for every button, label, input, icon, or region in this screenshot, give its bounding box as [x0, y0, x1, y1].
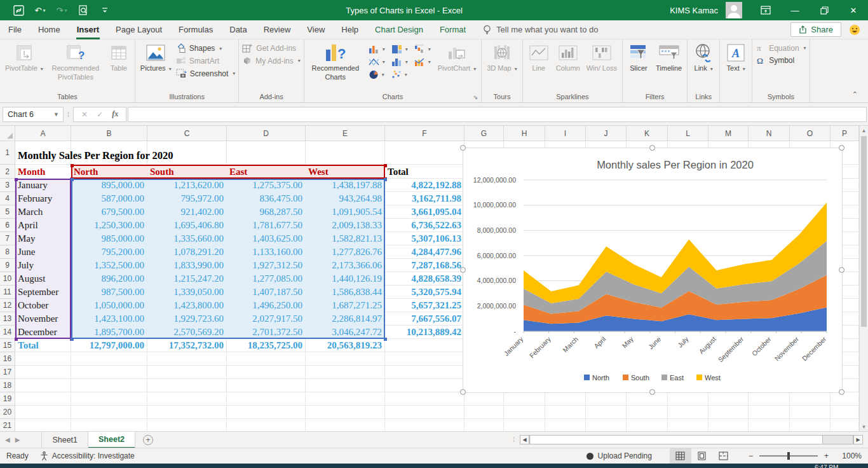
cell-A12[interactable]: October: [15, 299, 71, 312]
formula-input[interactable]: [128, 107, 867, 122]
cell[interactable]: [147, 379, 227, 392]
scroll-up-icon[interactable]: ▲: [860, 126, 868, 135]
cell-C11[interactable]: 1,339,050.00: [147, 286, 227, 299]
cell[interactable]: [504, 419, 545, 431]
cell-F11[interactable]: 5,320,575.94: [385, 286, 465, 299]
cell[interactable]: [586, 392, 627, 406]
row-header-16[interactable]: 16: [0, 352, 15, 366]
customize-qat-icon[interactable]: [99, 4, 111, 16]
cell-A11[interactable]: September: [15, 286, 71, 299]
row-header-19[interactable]: 19: [0, 392, 15, 406]
cell[interactable]: [586, 419, 627, 431]
cell[interactable]: [831, 419, 859, 431]
cell[interactable]: [831, 392, 859, 406]
cell[interactable]: [668, 406, 709, 419]
row-header-10[interactable]: 10: [0, 272, 15, 286]
cell[interactable]: [749, 406, 790, 419]
column-header-O[interactable]: O: [790, 126, 831, 141]
hscroll-left-icon[interactable]: ◀: [520, 435, 529, 444]
cell-F3[interactable]: 4,822,192.88: [385, 179, 465, 192]
cell-E11[interactable]: 1,586,838.44: [306, 286, 385, 299]
row-header-12[interactable]: 12: [0, 299, 15, 312]
column-header-N[interactable]: N: [749, 126, 790, 141]
cell-F9[interactable]: 7,287,168.56: [385, 259, 465, 272]
cell[interactable]: [306, 406, 385, 419]
cell-D10[interactable]: 1,277,085.00: [227, 272, 306, 286]
column-header-G[interactable]: G: [465, 126, 504, 141]
row-header-1[interactable]: 1: [0, 141, 15, 165]
chart-water-button[interactable]: ▾: [414, 45, 431, 54]
cell-B2[interactable]: North: [71, 165, 147, 179]
column-header-B[interactable]: B: [71, 126, 147, 141]
cell[interactable]: [385, 406, 465, 419]
cell-D7[interactable]: 1,403,625.00: [227, 232, 306, 245]
column-header-L[interactable]: L: [668, 126, 709, 141]
cell-C13[interactable]: 1,929,723.60: [147, 312, 227, 326]
cell-E7[interactable]: 1,582,821.13: [306, 232, 385, 245]
zoom-level[interactable]: 100%: [835, 451, 862, 460]
cell-D6[interactable]: 1,781,677.50: [227, 219, 306, 232]
cell-A13[interactable]: November: [15, 312, 71, 326]
chart-tree-button[interactable]: ▾: [391, 45, 408, 54]
cell-F6[interactable]: 6,736,522.63: [385, 219, 465, 232]
chart-line-button[interactable]: ▾: [369, 57, 385, 67]
chart-pie-button[interactable]: ▾: [369, 70, 385, 79]
chart-selection-handle[interactable]: [839, 145, 844, 151]
cell-D15[interactable]: 18,235,725.00: [227, 339, 306, 352]
cell-D8[interactable]: 1,133,160.00: [227, 245, 306, 259]
cell[interactable]: [668, 419, 709, 431]
column-header-I[interactable]: I: [545, 126, 586, 141]
accessibility-status[interactable]: Accessibility: Investigate: [40, 451, 135, 461]
vertical-scroll-thumb[interactable]: [861, 136, 867, 327]
formula-bar-splitter[interactable]: ⁞: [64, 111, 73, 118]
cell[interactable]: [545, 406, 586, 419]
feedback-smiley-icon[interactable]: [849, 24, 860, 36]
cell-A7[interactable]: May: [15, 232, 71, 245]
cell[interactable]: [71, 352, 147, 366]
row-header-17[interactable]: 17: [0, 366, 15, 379]
chart-selection-handle[interactable]: [460, 267, 466, 273]
cell-E5[interactable]: 1,091,905.54: [306, 205, 385, 219]
cell-C12[interactable]: 1,423,800.00: [147, 299, 227, 312]
cell[interactable]: [306, 352, 385, 366]
cell[interactable]: [147, 419, 227, 431]
cell[interactable]: [831, 406, 859, 419]
cell[interactable]: [15, 406, 71, 419]
chart-hist-button[interactable]: ▾: [391, 57, 408, 67]
menu-tab-home[interactable]: Home: [30, 20, 69, 39]
cell-B4[interactable]: 587,000.00: [71, 192, 147, 205]
cell-E14[interactable]: 3,046,247.72: [306, 326, 385, 339]
cell-C14[interactable]: 2,570,569.20: [147, 326, 227, 339]
cell[interactable]: [306, 419, 385, 431]
cell[interactable]: [385, 392, 465, 406]
cell[interactable]: [227, 392, 306, 406]
chart-scatter-button[interactable]: ▾: [391, 70, 408, 79]
row-header-4[interactable]: 4: [0, 192, 15, 205]
slicer-button[interactable]: Slicer: [625, 41, 653, 74]
select-all-corner[interactable]: [0, 126, 15, 141]
cell-D13[interactable]: 2,027,917.50: [227, 312, 306, 326]
cell[interactable]: [15, 366, 71, 379]
cell-F13[interactable]: 7,667,556.07: [385, 312, 465, 326]
upload-status[interactable]: Upload Pending: [587, 451, 652, 460]
shapes-button[interactable]: Shapes▾: [176, 43, 236, 53]
chart-selection-handle[interactable]: [460, 145, 466, 151]
cell[interactable]: [306, 366, 385, 379]
row-header-15[interactable]: 15: [0, 339, 15, 352]
cell-C7[interactable]: 1,335,660.00: [147, 232, 227, 245]
cell-A8[interactable]: June: [15, 245, 71, 259]
cell-C3[interactable]: 1,213,620.00: [147, 179, 227, 192]
cell-C9[interactable]: 1,833,990.00: [147, 259, 227, 272]
column-header-P[interactable]: P: [831, 126, 859, 141]
cell[interactable]: [586, 406, 627, 419]
chart-selection-handle[interactable]: [839, 389, 844, 395]
cell[interactable]: [504, 406, 545, 419]
cell[interactable]: [385, 339, 465, 352]
row-header-11[interactable]: 11: [0, 286, 15, 299]
vertical-scrollbar[interactable]: ▲ ▼: [859, 126, 868, 431]
cell[interactable]: [709, 406, 749, 419]
cell[interactable]: [306, 379, 385, 392]
cell-D12[interactable]: 1,496,250.00: [227, 299, 306, 312]
cell-B3[interactable]: 895,000.00: [71, 179, 147, 192]
cell-E6[interactable]: 2,009,138.33: [306, 219, 385, 232]
